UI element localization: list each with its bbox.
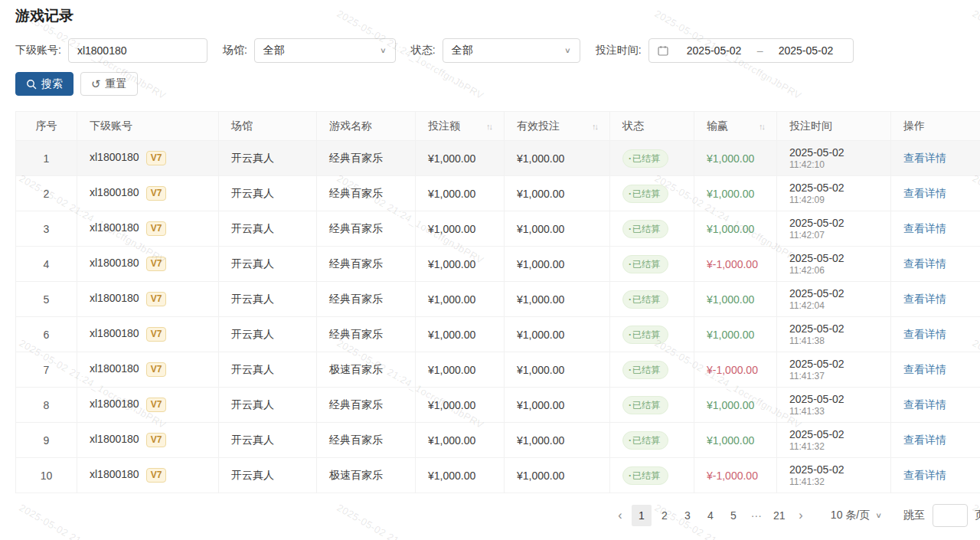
date-separator: – <box>753 44 768 57</box>
view-details-link[interactable]: 查看详情 <box>903 257 946 270</box>
jump-page-input[interactable] <box>933 504 968 527</box>
win-amount: ¥1,000.00 <box>707 293 754 306</box>
page-size-select[interactable]: 10 条/页 ∨ <box>831 509 882 522</box>
date-range-picker[interactable]: 2025-05-02 – 2025-05-02 <box>648 38 854 63</box>
status-dot-icon: · <box>629 365 632 375</box>
header-game: 游戏名称 <box>317 112 416 141</box>
date-end[interactable]: 2025-05-02 <box>767 44 844 57</box>
filter-bar: 下级账号: 场馆: 全部 ∨ 状态: 全部 ∨ 投注时间: 2025-05-02 <box>15 38 965 63</box>
cell-game: 极速百家乐 <box>317 352 416 388</box>
cell-valid-bet: ¥1,000.00 <box>505 458 610 493</box>
sort-icon[interactable]: ↑↓ <box>759 122 764 131</box>
date-start[interactable]: 2025-05-02 <box>676 44 753 57</box>
status-badge: ·已结算 <box>622 185 668 203</box>
view-details-link[interactable]: 查看详情 <box>903 293 946 305</box>
chevron-down-icon: ∨ <box>875 511 882 519</box>
cell-win-loss: ¥-1,000.00 <box>694 458 777 493</box>
page-size-value: 10 条/页 <box>831 509 870 522</box>
view-details-link[interactable]: 查看详情 <box>903 222 946 234</box>
status-badge: ·已结算 <box>622 361 668 379</box>
status-badge: ·已结算 <box>622 396 668 414</box>
cell-index: 10 <box>16 458 77 493</box>
pagination: ‹ 12345···21 › 10 条/页 ∨ 跳至 页 <box>0 504 980 527</box>
search-button[interactable]: 搜索 <box>15 72 74 96</box>
cell-index: 3 <box>16 211 77 247</box>
page-button[interactable]: 4 <box>701 505 720 526</box>
cell-status: ·已结算 <box>610 388 694 423</box>
cell-account: xl1800180V7 <box>77 176 219 211</box>
reset-button[interactable]: ↺ 重置 <box>80 72 138 96</box>
header-bet-amount[interactable]: 投注额 ↑↓ <box>416 112 505 141</box>
page-ellipsis: ··· <box>746 505 766 526</box>
view-details-link[interactable]: 查看详情 <box>903 469 946 481</box>
prev-page-button[interactable]: ‹ <box>610 505 630 526</box>
sort-icon[interactable]: ↑↓ <box>592 122 597 131</box>
cell-venue: 开云真人 <box>219 317 317 352</box>
table-body: 1 xl1800180V7 开云真人 经典百家乐 ¥1,000.00 ¥1,00… <box>16 141 980 493</box>
bet-time: 11:42:06 <box>789 265 878 277</box>
cell-win-loss: ¥1,000.00 <box>694 282 777 317</box>
cell-action: 查看详情 <box>891 423 980 458</box>
cell-bet-amount: ¥1,000.00 <box>416 176 505 211</box>
page-button[interactable]: 21 <box>769 505 789 526</box>
status-select[interactable]: 全部 ∨ <box>443 38 580 63</box>
vip-level-badge: V7 <box>146 151 167 165</box>
cell-venue: 开云真人 <box>219 423 317 458</box>
cell-index: 6 <box>16 317 77 352</box>
cell-index: 2 <box>16 176 77 211</box>
table-row: 3 xl1800180V7 开云真人 经典百家乐 ¥1,000.00 ¥1,00… <box>16 211 980 247</box>
page-button[interactable]: 1 <box>632 505 652 526</box>
table-row: 5 xl1800180V7 开云真人 经典百家乐 ¥1,000.00 ¥1,00… <box>16 282 980 317</box>
account-value: xl1800180 <box>90 327 139 339</box>
status-dot-icon: · <box>629 294 632 305</box>
view-details-link[interactable]: 查看详情 <box>903 152 946 164</box>
calendar-icon <box>658 45 668 56</box>
cell-action: 查看详情 <box>891 388 980 423</box>
cell-bet-amount: ¥1,000.00 <box>416 458 505 493</box>
venue-select-value: 全部 <box>263 44 285 57</box>
venue-label: 场馆: <box>223 44 247 57</box>
bet-time: 11:41:38 <box>789 335 878 347</box>
cell-win-loss: ¥1,000.00 <box>694 176 777 211</box>
header-valid-bet[interactable]: 有效投注 ↑↓ <box>505 112 610 141</box>
cell-account: xl1800180V7 <box>77 247 219 282</box>
cell-valid-bet: ¥1,000.00 <box>505 352 610 388</box>
header-index: 序号 <box>16 112 77 141</box>
status-dot-icon: · <box>629 435 632 446</box>
cell-account: xl1800180V7 <box>77 423 219 458</box>
page-button[interactable]: 5 <box>724 505 743 526</box>
bet-date: 2025-05-02 <box>789 322 878 335</box>
account-input[interactable] <box>68 38 207 63</box>
cell-valid-bet: ¥1,000.00 <box>505 211 610 247</box>
bet-date: 2025-05-02 <box>789 286 878 300</box>
venue-select[interactable]: 全部 ∨ <box>254 38 396 63</box>
view-details-link[interactable]: 查看详情 <box>903 434 946 446</box>
bet-date: 2025-05-02 <box>789 181 878 195</box>
cell-win-loss: ¥-1,000.00 <box>694 247 777 282</box>
win-amount: ¥-1,000.00 <box>707 470 758 482</box>
account-value: xl1800180 <box>90 221 139 234</box>
cell-bet-time: 2025-05-02 11:41:37 <box>777 352 891 388</box>
win-amount: ¥1,000.00 <box>707 223 754 235</box>
account-value: xl1800180 <box>90 468 139 480</box>
view-details-link[interactable]: 查看详情 <box>903 398 946 411</box>
vip-level-badge: V7 <box>146 221 167 236</box>
header-win-loss[interactable]: 输赢 ↑↓ <box>694 112 777 141</box>
status-badge: ·已结算 <box>622 255 668 273</box>
reset-icon: ↺ <box>91 77 101 91</box>
vip-level-badge: V7 <box>146 398 167 412</box>
page-button[interactable]: 3 <box>678 505 697 526</box>
sort-icon[interactable]: ↑↓ <box>486 122 492 131</box>
header-win-loss-label: 输赢 <box>707 119 728 133</box>
view-details-link[interactable]: 查看详情 <box>903 328 946 340</box>
cell-action: 查看详情 <box>891 176 980 211</box>
bet-time: 11:42:07 <box>789 230 878 241</box>
view-details-link[interactable]: 查看详情 <box>903 187 946 199</box>
page-button[interactable]: 2 <box>655 505 675 526</box>
account-value: xl1800180 <box>90 186 139 198</box>
cell-bet-time: 2025-05-02 11:42:04 <box>777 282 891 317</box>
cell-index: 8 <box>16 388 77 423</box>
next-page-button[interactable]: › <box>791 505 811 526</box>
view-details-link[interactable]: 查看详情 <box>903 363 946 375</box>
jump-label: 跳至 <box>903 509 925 522</box>
